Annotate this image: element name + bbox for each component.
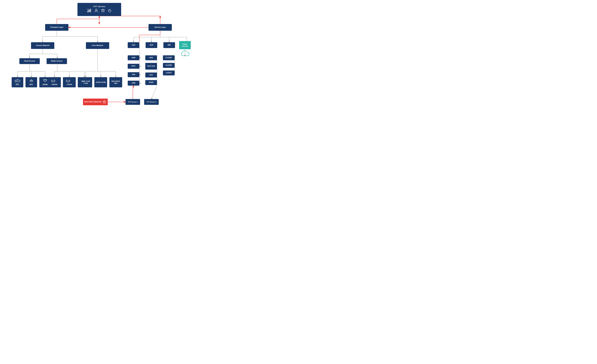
geran-node[interactable]: GERAN: [48, 77, 61, 87]
ott-service-node[interactable]: OTT Service KPI: [78, 3, 121, 16]
scsdf-label: S-CSDF: [165, 64, 172, 67]
iptv-node[interactable]: IPTV: [128, 64, 139, 69]
alarm-detected-icon: [102, 100, 106, 104]
transport-label: Transport Layer: [50, 26, 63, 29]
pcsdf-label: P-CSDF: [165, 57, 172, 59]
dsl-node[interactable]: DSL: [12, 77, 23, 87]
ott-service-1-node[interactable]: OTT Service 1: [126, 99, 140, 105]
hss-node[interactable]: HSS: [145, 55, 157, 60]
mme-node[interactable]: MME S-GW P-GW: [79, 77, 92, 87]
hfc-label: HFC: [30, 84, 33, 86]
iptv-label: IPTV: [132, 65, 136, 67]
radio-access-node[interactable]: Radio Access: [47, 58, 67, 64]
svg-point-64: [95, 9, 97, 11]
user-icon: [94, 8, 98, 14]
fixed-access-node[interactable]: Fixed Access: [19, 58, 40, 64]
geran-icon: [51, 79, 58, 83]
mme-label: MME S-GW P-GW: [80, 80, 91, 84]
scsdf-node[interactable]: S-CSDF: [163, 63, 175, 68]
dsl-icon: [15, 79, 20, 83]
sgsn-label: SGSN GGSM: [96, 81, 106, 83]
svg-line-50: [133, 86, 134, 90]
cdn-node[interactable]: CDN: [128, 81, 139, 86]
vod-label: VoD: [132, 73, 135, 76]
alarm-icon: [101, 8, 105, 14]
voip-label: VoIP: [132, 57, 135, 59]
fixed-access-label: Fixed Access: [24, 60, 35, 62]
svg-line-87: [103, 101, 103, 101]
alarm-detected-label: New Alarm Detected: [85, 101, 101, 103]
gpdn-icon: [43, 79, 48, 83]
svg-line-58: [151, 86, 157, 99]
core-network-label: Core Network: [92, 44, 103, 47]
transport-layer-node[interactable]: Transport Layer: [45, 24, 68, 31]
ott-service-2-node[interactable]: OTT Service 2: [144, 99, 159, 105]
vas-node[interactable]: VAS: [128, 42, 139, 48]
gpdn-label: GPDN: [43, 84, 48, 86]
pcrf-label: PCRF: [149, 81, 154, 84]
service-layer-node[interactable]: Service Layer: [149, 24, 172, 31]
pcrf-node[interactable]: PCRF: [145, 80, 157, 85]
svg-rect-61: [89, 9, 90, 12]
public-internet-label: Public Internet: [180, 43, 189, 47]
svg-line-88: [105, 101, 106, 101]
access-network-node[interactable]: Access Network: [31, 42, 54, 49]
sgsn-node[interactable]: SGSN GGSM: [94, 77, 107, 87]
svg-point-75: [31, 81, 32, 82]
hss-label: HSS: [149, 57, 153, 59]
vas-label: VAS: [132, 44, 135, 46]
cdn-label: CDN: [132, 82, 135, 84]
svg-rect-60: [88, 10, 89, 12]
hlr-node[interactable]: HLR VLR: [145, 63, 157, 70]
voip-node[interactable]: VoIP: [128, 55, 139, 60]
ott-icons-row: KPI: [87, 8, 112, 14]
icscf-label: I-CSCF: [166, 72, 172, 74]
cloud-icon: [181, 50, 191, 58]
hfc-node[interactable]: HFC: [25, 77, 37, 87]
timer-icon: [108, 8, 112, 14]
vod-node[interactable]: VoD: [128, 72, 139, 77]
ott2-label: OTT Service 2: [147, 101, 156, 103]
svg-line-80: [44, 80, 45, 80]
auc-node[interactable]: AuC: [145, 72, 157, 78]
bng-node[interactable]: BNG BRAS SBC: [109, 77, 122, 87]
core-network-node[interactable]: Core Network: [86, 42, 109, 49]
utran-label: UTRAN: [67, 83, 72, 86]
radio-access-label: Radio Access: [51, 60, 63, 62]
svg-rect-62: [90, 9, 91, 12]
hlr-label: HLR VLR: [147, 65, 155, 67]
ims-node[interactable]: IMS: [163, 42, 175, 48]
icscf-node[interactable]: I-CSCF: [163, 71, 175, 75]
ott-service-label: OTT Service: [93, 5, 105, 8]
utran-icon: [66, 79, 73, 83]
scp-label: SCP: [150, 44, 153, 46]
svg-text:KPI: KPI: [87, 8, 89, 10]
diagram: OTT Service KPI Transport Layer Service …: [0, 0, 199, 131]
svg-line-81: [46, 80, 46, 80]
svg-point-71: [16, 81, 16, 81]
svg-rect-59: [87, 11, 88, 12]
geran-label: GERAN: [52, 83, 57, 86]
kpi-icon: KPI: [87, 8, 92, 14]
pcsdf-node[interactable]: P-CSDF: [163, 55, 175, 60]
public-internet-node[interactable]: Public Internet: [179, 41, 191, 49]
ims-label: IMS: [168, 44, 171, 46]
access-network-label: Access Network: [36, 44, 49, 47]
ott1-label: OTT Service 1: [128, 101, 138, 103]
hfc-icon: [29, 79, 34, 83]
scp-node[interactable]: SCP: [146, 42, 157, 48]
new-alarm-node[interactable]: New Alarm Detected: [83, 99, 108, 105]
auc-label: AuC: [149, 74, 153, 76]
bng-label: BNG BRAS SBC: [110, 80, 121, 84]
utran-node[interactable]: UTRAN: [63, 77, 76, 87]
service-label: Service Layer: [155, 26, 166, 29]
dsl-label: DSL: [16, 83, 19, 86]
